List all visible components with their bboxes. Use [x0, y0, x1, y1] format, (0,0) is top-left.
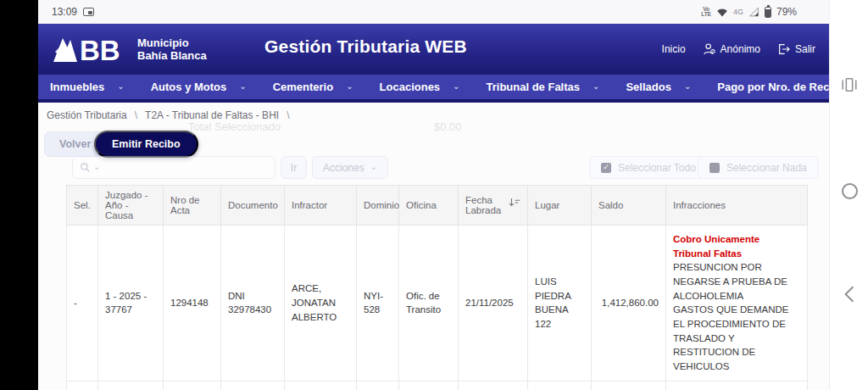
- page-title: Gestión Tributaria WEB: [264, 36, 467, 57]
- faltas-table: Sel. Juzgado - Año - Causa Nro de Acta D…: [66, 185, 808, 390]
- org-name-line1: Municipio: [137, 36, 207, 49]
- cell-nro-acta: 1294148: [164, 226, 221, 382]
- salir-link[interactable]: Salir: [777, 42, 815, 56]
- org-name-line2: Bahía Blanca: [137, 49, 207, 62]
- chevron-down-icon: ⌄: [370, 162, 377, 171]
- breadcrumb-home[interactable]: Gestión Tributaria: [47, 109, 127, 121]
- col-fecha-labrada[interactable]: Fecha Labrada: [459, 186, 528, 226]
- checkbox-filled-icon: [709, 163, 720, 173]
- chevron-down-icon: ⌄: [239, 81, 246, 91]
- anonymous-user-icon: [703, 42, 716, 56]
- search-box: ⌄: [72, 156, 275, 179]
- col-oficina[interactable]: Oficina: [399, 186, 459, 226]
- cell-sel[interactable]: -: [67, 226, 98, 382]
- report-toolbar: ⌄ Ir Acciones⌄ ✓ Seleccionar Todo Selecc…: [38, 156, 829, 181]
- search-input[interactable]: [103, 162, 268, 174]
- home-icon: [842, 183, 858, 199]
- menu-tribunal-de-faltas[interactable]: Tribunal de Faltas⌄: [486, 81, 599, 93]
- back-button[interactable]: [830, 285, 868, 304]
- left-bezel: [0, 0, 38, 390]
- chevron-down-icon: ⌄: [593, 81, 599, 91]
- seleccionar-nada-button[interactable]: Seleccionar Nada: [698, 156, 819, 179]
- breadcrumb-separator: \: [135, 109, 137, 121]
- search-filter-chevron-icon[interactable]: ⌄: [93, 162, 100, 171]
- cell-dominio: NYI-528: [357, 226, 399, 382]
- cell-juzgado: 1 - 2025 - 37767: [98, 226, 164, 382]
- cell-lugar: LUIS PIEDRA BUENA 122: [528, 226, 592, 382]
- breadcrumb-separator: \: [287, 109, 289, 121]
- picture-in-picture-icon: [83, 8, 94, 16]
- battery-percent: 79%: [776, 6, 797, 18]
- chevron-down-icon: ⌄: [684, 81, 691, 91]
- menu-sellados[interactable]: Sellados⌄: [626, 81, 691, 93]
- total-seleccionado-value: $0.00: [434, 120, 462, 133]
- cell-saldo: 1,412,860.00: [592, 226, 666, 382]
- menu-pago-por-recibo[interactable]: Pago por Nro. de Recibo: [717, 81, 829, 93]
- app-header: BB Municipio Bahía Blanca Gestión Tribut…: [38, 24, 829, 75]
- infraccion-destacada: Cobro Unicamente Tribunal Faltas: [673, 232, 800, 260]
- seleccionar-todo-button[interactable]: ✓ Seleccionar Todo: [589, 156, 708, 179]
- app-window: 13:09 Vo LTE 4G 79%: [38, 0, 829, 390]
- menu-autos-y-motos[interactable]: Autos y Motos⌄: [151, 81, 247, 93]
- sort-descending-icon: [509, 197, 520, 209]
- col-juzgado[interactable]: Juzgado - Año - Causa: [98, 186, 164, 226]
- table-header-row: Sel. Juzgado - Año - Causa Nro de Acta D…: [67, 186, 808, 226]
- back-chevron-icon: [843, 285, 855, 304]
- emitir-recibo-button[interactable]: Emitir Recibo: [94, 131, 198, 158]
- summary-row: Recuento: 1 1,412,860.00: [67, 381, 808, 390]
- anonimo-link[interactable]: Anónimo: [703, 42, 760, 56]
- cell-oficina: Ofic. de Transito: [399, 226, 459, 382]
- breadcrumb-current[interactable]: T2A - Tribunal de Faltas - BHI: [145, 109, 279, 121]
- logout-icon: [777, 42, 791, 56]
- cell-infracciones: Cobro Unicamente Tribunal Faltas PRESUNC…: [666, 226, 808, 382]
- android-nav-bar: [829, 0, 868, 390]
- recuento-cell: Recuento: 1: [98, 381, 164, 390]
- menu-cementerio[interactable]: Cementerio⌄: [273, 81, 353, 93]
- col-lugar[interactable]: Lugar: [528, 186, 592, 226]
- mbb-logo-icon: BB: [52, 33, 130, 65]
- svg-text:BB: BB: [80, 35, 120, 65]
- status-time: 13:09: [52, 6, 77, 18]
- cell-documento: DNI 32978430: [221, 226, 285, 382]
- table-row: - 1 - 2025 - 37767 1294148 DNI 32978430 …: [67, 226, 808, 382]
- wifi-icon: [716, 7, 728, 17]
- col-documento[interactable]: Documento: [221, 186, 285, 226]
- menu-locaciones[interactable]: Locaciones⌄: [380, 81, 460, 93]
- checkbox-checked-icon: ✓: [601, 163, 611, 173]
- cell-infractor: ARCE, JONATAN ALBERTO: [285, 226, 357, 382]
- recents-icon: [840, 76, 859, 93]
- infraccion-item: GASTOS QUE DEMANDE EL PROCEDIMIENTO DE T…: [673, 303, 800, 373]
- home-button[interactable]: [830, 183, 868, 199]
- saldo-total-cell: 1,412,860.00: [592, 381, 666, 390]
- breadcrumb: Gestión Tributaria \ T2A - Tribunal de F…: [47, 109, 289, 121]
- municipio-logo: BB Municipio Bahía Blanca: [52, 33, 207, 65]
- status-bar: 13:09 Vo LTE 4G 79%: [38, 0, 829, 24]
- signal-strength-icon: [748, 7, 760, 17]
- col-nro-acta[interactable]: Nro de Acta: [164, 186, 221, 226]
- acciones-button[interactable]: Acciones⌄: [312, 156, 388, 179]
- tablet-screen: 13:09 Vo LTE 4G 79%: [0, 0, 868, 390]
- col-infractor[interactable]: Infractor: [285, 186, 357, 226]
- col-saldo[interactable]: Saldo: [592, 186, 666, 226]
- battery-icon: [765, 7, 771, 18]
- search-icon[interactable]: [80, 162, 91, 173]
- chevron-down-icon: ⌄: [117, 81, 124, 91]
- col-sel[interactable]: Sel.: [67, 186, 98, 226]
- 4g-badge: 4G: [733, 8, 743, 16]
- chevron-down-icon: ⌄: [453, 81, 459, 91]
- col-infracciones[interactable]: Infracciones: [666, 186, 808, 226]
- infraccion-item: PRESUNCION POR NEGARSE A PRUEBA DE ALCOH…: [673, 260, 800, 303]
- inicio-link[interactable]: Inicio: [662, 43, 686, 55]
- chevron-down-icon: ⌄: [346, 81, 353, 91]
- main-menu: Inmuebles⌄ Autos y Motos⌄ Cementerio⌄ Lo…: [38, 75, 829, 103]
- ir-button[interactable]: Ir: [281, 156, 307, 179]
- volte-icon: Vo LTE: [701, 7, 711, 18]
- total-seleccionado-label: Total Seleccionado: [188, 120, 281, 133]
- col-dominio[interactable]: Dominio: [357, 186, 399, 226]
- menu-inmuebles[interactable]: Inmuebles⌄: [50, 81, 125, 93]
- cell-fecha-labrada: 21/11/2025: [459, 226, 528, 382]
- page-content: Gestión Tributaria \ T2A - Tribunal de F…: [38, 103, 829, 390]
- recents-button[interactable]: [830, 76, 868, 93]
